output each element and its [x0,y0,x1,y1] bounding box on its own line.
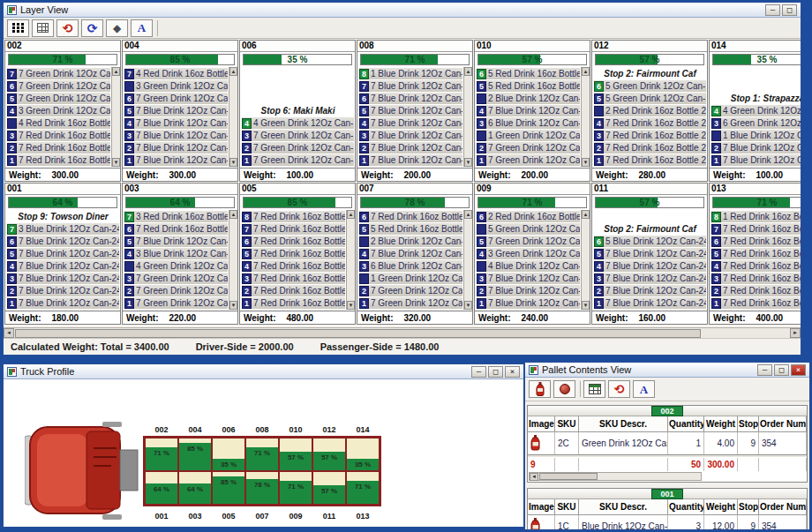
layer-item-row[interactable]: 87 Red Drink 16oz Bottle [242,211,345,222]
scroll-down-arrow[interactable]: ▼ [347,301,355,310]
layer-item-row[interactable]: 17 Red Drink 16oz Bottle 2 [594,154,706,166]
trailer-cell-014[interactable]: 35 % [347,438,379,470]
layer-item-row[interactable]: 65 Blue Drink 12Oz Can-24 [594,236,706,247]
column-header[interactable]: SKU Descr. [579,416,668,432]
sku-cell[interactable]: 1C [555,515,579,529]
layer-item-row[interactable]: 17 Blue Drink 12Oz Ca [711,154,801,166]
scroll-down-arrow[interactable]: ▼ [229,158,237,167]
scroll-right-arrow[interactable]: ► [790,328,801,338]
layer-item-row[interactable]: 27 Red Drink 16oz Bottle 2 [594,142,706,154]
rotate-blue-button[interactable]: ⟳ [81,19,103,37]
scroll-left-arrow[interactable]: ◄ [530,473,538,481]
scroll-down-arrow[interactable]: ▼ [582,301,590,310]
layer-item-row[interactable]: 17 Red Drink 16oz Bottle [242,297,345,309]
vertical-scrollbar[interactable]: ▲▼ [229,67,237,167]
layer-item-row[interactable]: 17 Red Drink 16oz Bott [711,297,801,309]
font-button[interactable]: A [633,380,655,398]
layer-item-row[interactable]: 37 Blue Drink 12Oz Can-2 [477,273,580,284]
trailer-cell-012[interactable]: 57 % [313,438,345,470]
layer-item-row[interactable]: 37 Blue Drink 12Oz Can-24 [7,273,119,284]
scroll-up-arrow[interactable]: ▲ [347,210,355,219]
scroll-left-arrow[interactable]: ◄ [4,328,14,338]
font-button[interactable]: A [131,19,153,37]
scroll-thumb[interactable] [15,329,701,338]
layer-item-row[interactable]: 3 Green Drink 12Oz Car [124,80,228,92]
column-header[interactable]: Quantity [668,416,704,432]
trailer-cell-008[interactable]: 71 % [246,438,278,470]
scroll-up-arrow[interactable]: ▲ [229,210,237,219]
layer-item-row[interactable]: 27 Blue Drink 12Oz Can-2 [359,142,462,154]
diamond-button[interactable]: ◆ [106,19,128,37]
maximize-button[interactable]: □ [774,364,789,376]
column-header[interactable]: Order Number [759,416,807,432]
pallet-contents-titlebar[interactable]: Pallet Contents View – □ × [525,363,809,378]
layer-item-row[interactable]: 43 Blue Drink 12Oz Can-2 [124,248,228,259]
layer-item-row[interactable]: 43 Green Drink 12Oz Car [477,248,580,259]
layer-item-row[interactable]: 67 Green Drink 12Oz Car [124,93,228,104]
disc-view-button[interactable] [553,380,575,398]
order-number-cell[interactable]: 354 [759,432,807,454]
layer-item-row[interactable]: 65 Green Drink 12Oz Can-2 [594,80,706,92]
layer-item-row[interactable]: 47 Blue Drink 12Oz Can-2 [124,117,228,129]
layer-item-row[interactable]: 27 Blue Drink 12Oz Can-24 [594,285,706,296]
stop-cell[interactable]: 9 [738,432,759,454]
layer-item-row[interactable]: 2 Blue Drink 12Oz Can-2 [359,236,462,247]
layer-grid-outline-button[interactable] [32,19,54,37]
bottle-view-button[interactable] [529,380,551,398]
column-header[interactable]: Image [528,416,555,432]
layer-item-row[interactable]: 43 Green Drink 12Oz Car [7,105,110,116]
layer-item-row[interactable]: 67 Blue Drink 12Oz Can-2 [359,93,462,104]
trailer-cell-002[interactable]: 71 % [146,438,177,470]
column-header[interactable]: SKU Descr. [579,499,668,515]
layer-item-row[interactable]: 47 Red Drink 16oz Bott [711,260,801,272]
layer-item-row[interactable]: 4 Blue Drink 12Oz Can-2 [477,260,580,272]
layer-item-row[interactable]: 17 Red Drink 16oz Bottle [7,154,110,166]
scroll-up-arrow[interactable]: ▲ [229,67,237,76]
layer-item-row[interactable]: 67 Red Drink 16oz Bottle [124,223,228,235]
scroll-up-arrow[interactable]: ▲ [464,67,472,76]
layer-item-row[interactable]: 57 Blue Drink 12Oz Can-2 [359,105,462,116]
layer-item-row[interactable]: 17 Green Drink 12Oz Can-2 [242,154,354,166]
layer-item-row[interactable]: 1 Blue Drink 12Oz Ca [711,130,801,141]
table-horizontal-scrollbar[interactable]: ◄ [529,472,702,481]
scroll-up-arrow[interactable]: ▲ [582,210,590,219]
stop-cell[interactable]: 9 [738,515,759,529]
column-header[interactable]: Stop [738,499,759,515]
layer-item-row[interactable]: 47 Blue Drink 12Oz Can-2 [359,117,462,129]
layer-item-row[interactable]: 27 Green Drink 12Oz Car [124,285,228,296]
layer-item-row[interactable]: 67 Red Drink 16oz Bottle [242,236,345,247]
trailer-cell-010[interactable]: 57 % [280,438,312,470]
layer-item-row[interactable]: 55 Red Drink 16oz Bottle [359,223,462,235]
layer-item-row[interactable]: 37 Blue Drink 12Oz Can-2 [124,130,228,141]
minimize-button[interactable]: – [471,366,486,378]
layer-item-row[interactable]: 27 Blue Drink 12Oz Can-2 [477,285,580,296]
layer-item-row[interactable]: 27 Red Drink 16oz Bott [711,285,801,296]
layer-item-row[interactable]: 57 Blue Drink 12Oz Can-24 [594,248,706,259]
column-header[interactable]: Stop [738,416,759,432]
layer-item-row[interactable]: 27 Green Drink 12Oz Can-2 [242,142,354,154]
trailer-cell-006[interactable]: 35 % [213,438,244,470]
layer-item-row[interactable]: 67 Red Drink 16oz Bottle [359,211,462,222]
column-header[interactable]: Image [528,499,555,515]
layer-item-row[interactable]: 81 Blue Drink 12Oz Can-2 [359,68,462,79]
layer-item-row[interactable]: 47 Blue Drink 12Oz Can-24 [594,260,706,272]
layer-item-row[interactable]: 57 Blue Drink 12Oz Can-24 [7,248,119,259]
layer-item-row[interactable]: 77 Blue Drink 12Oz Can-2 [359,80,462,92]
maximize-button[interactable]: □ [488,366,503,378]
vertical-scrollbar[interactable]: ▲▼ [581,210,590,310]
quantity-cell[interactable]: 3 [668,515,704,529]
layer-item-row[interactable]: 77 Red Drink 16oz Bott [711,223,801,235]
vertical-scrollbar[interactable]: ▲▼ [463,67,472,167]
sku-descr-cell[interactable]: Green Drink 12Oz Can-24 [579,432,668,454]
layer-item-row[interactable]: 4 Green Drink 12Oz Car [124,260,228,272]
layer-item-row[interactable]: 36 Blue Drink 12Oz Can-2 [477,117,580,129]
layer-item-row[interactable]: 17 Blue Drink 12Oz Can-2 [359,154,462,166]
layer-item-row[interactable]: 37 Blue Drink 12Oz Can-24 [594,273,706,284]
scroll-down-arrow[interactable]: ▼ [582,158,590,167]
column-header[interactable]: Weight [704,499,738,515]
layer-item-row[interactable]: 74 Red Drink 16oz Bottle [124,68,228,79]
layer-item-row[interactable]: 2 Blue Drink 12Oz Can-2 [477,93,580,104]
layer-item-row[interactable]: 37 Red Drink 16oz Bott [711,273,801,284]
scroll-down-arrow[interactable]: ▼ [112,158,120,167]
weight-cell[interactable]: 4.00 [704,432,738,454]
